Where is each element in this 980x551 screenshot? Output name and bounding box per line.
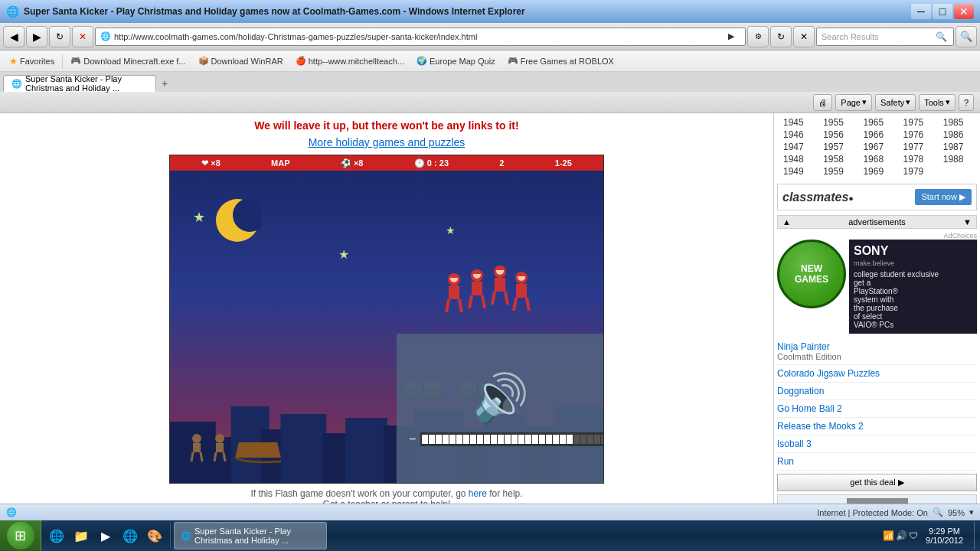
start-button[interactable]: ⊞: [0, 520, 41, 551]
year-cell[interactable]: 1975: [897, 116, 937, 129]
network-icon: 📶: [883, 530, 894, 541]
year-cell[interactable]: 1977: [897, 141, 937, 153]
svg-point-39: [192, 434, 201, 443]
stop-button[interactable]: ✕: [72, 26, 93, 47]
maximize-button[interactable]: □: [933, 4, 952, 19]
game-wrapper: ❤ ×8 MAP ⚽ ×8 🕐 0 : 23 2 1-25: [169, 155, 604, 504]
year-cell[interactable]: 1968: [857, 153, 897, 165]
show-desktop-button[interactable]: [974, 522, 980, 549]
back-button[interactable]: ◀: [3, 26, 24, 47]
year-cell[interactable]: 1958: [817, 153, 857, 165]
toolbar-page-button[interactable]: Page▾: [835, 94, 872, 111]
search-box[interactable]: Search Results 🔍: [816, 28, 954, 46]
search-button[interactable]: 🔍: [956, 26, 977, 47]
get-deal-button[interactable]: get this deal ▶: [777, 474, 977, 491]
toolbar-tools-button[interactable]: Tools▾: [919, 94, 956, 111]
year-cell[interactable]: 1966: [857, 129, 897, 141]
fav-europe[interactable]: 🌍 Europe Map Quiz: [412, 54, 500, 67]
volume-sys-icon[interactable]: 🔊: [896, 530, 907, 541]
favorites-bar: ★ Favorites 🎮 Download Minecraft.exe f..…: [0, 51, 980, 72]
address-text: http://www.coolmath-games.com/holiday-Ch…: [114, 32, 722, 41]
explorer-quick-button[interactable]: 📁: [69, 523, 93, 548]
year-cell[interactable]: 1949: [777, 165, 817, 178]
year-cell[interactable]: 1976: [897, 129, 937, 141]
refresh-button[interactable]: ↻: [49, 26, 70, 47]
colorado-jigsaw-link[interactable]: Colorado Jigsaw Puzzles: [777, 368, 880, 379]
media-quick-button[interactable]: ▶: [93, 523, 118, 548]
more-holiday-link[interactable]: More holiday games and puzzles: [309, 136, 466, 148]
search-go-button[interactable]: 🔍: [933, 29, 949, 44]
list-item: Ninja Painter Coolmath Edition: [777, 338, 977, 365]
year-cell[interactable]: 1988: [937, 153, 977, 165]
flash-help-link[interactable]: here: [469, 488, 487, 499]
ie-quick-button[interactable]: 🌐: [44, 523, 69, 548]
year-cell[interactable]: 1979: [897, 165, 937, 178]
active-tab[interactable]: 🌐 Super Santa Kicker - Play Christmas an…: [3, 75, 156, 92]
compatibility-button[interactable]: ⚙: [747, 26, 769, 47]
year-cell[interactable]: 1965: [857, 116, 897, 129]
hud-score: 1-25: [555, 158, 572, 168]
toolbar-print-button[interactable]: 🖨: [813, 94, 832, 111]
tab-icon: 🌐: [11, 79, 22, 89]
stop2-button[interactable]: ✕: [793, 26, 815, 47]
refresh2-button[interactable]: ↻: [770, 26, 792, 47]
forward-button[interactable]: ▶: [26, 26, 47, 47]
doggnation-link[interactable]: Doggnation: [777, 386, 824, 396]
close-button[interactable]: ✕: [954, 4, 974, 19]
fav-minecraft[interactable]: 🎮 Download Minecraft.exe f...: [66, 54, 190, 67]
year-cell[interactable]: 1955: [817, 116, 857, 129]
help-label: ?: [964, 98, 969, 107]
new-games-button[interactable]: NEW GAMES: [777, 240, 846, 308]
year-cell[interactable]: 1986: [937, 129, 977, 141]
go-button[interactable]: ▶: [722, 28, 740, 46]
release-mooks-link[interactable]: Release the Mooks 2: [777, 421, 864, 432]
toolbar-safety-button[interactable]: Safety▾: [875, 94, 916, 111]
year-cell[interactable]: 1956: [817, 129, 857, 141]
toolbar-help-button[interactable]: ?: [959, 94, 974, 111]
sony-line4: the purchase: [854, 304, 972, 312]
status-bar: 🌐 Internet | Protected Mode: On 🔍 95%▾: [0, 504, 980, 520]
ninja-painter-link[interactable]: Ninja Painter: [777, 341, 830, 352]
isoball-link[interactable]: Isoball 3: [777, 439, 812, 449]
fav-roblox[interactable]: 🎮 Free Games at ROBLOX: [503, 54, 619, 67]
adchoices[interactable]: AdChoices: [777, 232, 977, 240]
safety-label: Safety: [880, 98, 904, 107]
classmates-start-button[interactable]: Start now ▶: [915, 189, 972, 205]
vaio-laptop-image: [847, 498, 908, 504]
year-cell[interactable]: 1946: [777, 129, 817, 141]
year-cell[interactable]: 1959: [817, 165, 857, 178]
sony-text: college student exclusive: [854, 270, 972, 279]
address-bar[interactable]: 🌐 http://www.coolmath-games.com/holiday-…: [95, 28, 746, 46]
vol-segment-22: [573, 435, 580, 444]
volume-bar[interactable]: [420, 432, 604, 446]
minimize-button[interactable]: ─: [911, 4, 931, 19]
svg-line-30: [505, 292, 508, 305]
run-link[interactable]: Run: [777, 456, 794, 467]
year-cell[interactable]: 1978: [897, 153, 937, 165]
year-cell[interactable]: 1985: [937, 116, 977, 129]
year-cell[interactable]: 1987: [937, 141, 977, 153]
svg-line-45: [214, 452, 216, 461]
fav-winrar[interactable]: 📦 Download WinRAR: [194, 54, 288, 67]
browser-quick-button[interactable]: 🌐: [118, 523, 142, 548]
vol-segment-4: [449, 435, 456, 444]
more-link-container: More holiday games and puzzles: [12, 136, 761, 148]
year-cell[interactable]: 1948: [777, 153, 817, 165]
new-tab-button[interactable]: +: [156, 75, 173, 92]
toolbar: 🖨 Page▾ Safety▾ Tools▾ ?: [0, 92, 980, 113]
go-home-ball-link[interactable]: Go Home Ball 2: [777, 403, 842, 414]
year-cell[interactable]: 1957: [817, 141, 857, 153]
paint-quick-button[interactable]: 🎨: [142, 523, 167, 548]
favorites-button[interactable]: ★ Favorites: [5, 54, 59, 68]
year-cell[interactable]: 1967: [857, 141, 897, 153]
game-flash[interactable]: ❤ ×8 MAP ⚽ ×8 🕐 0 : 23 2 1-25: [169, 155, 604, 484]
fav-mitchell[interactable]: 🍎 http--www.mitchellteach...: [291, 54, 409, 67]
year-cell[interactable]: 1969: [857, 165, 897, 178]
year-cell[interactable]: 1947: [777, 141, 817, 153]
taskbar-clock[interactable]: 9:29 PM 9/10/2012: [921, 527, 968, 545]
title-bar-controls: ─ □ ✕: [911, 4, 974, 19]
address-icon: 🌐: [100, 31, 111, 41]
svg-rect-28: [495, 278, 505, 292]
ie-taskbar-app[interactable]: 🌐 Super Santa Kicker - Play Christmas an…: [174, 522, 327, 549]
year-cell[interactable]: 1945: [777, 116, 817, 129]
